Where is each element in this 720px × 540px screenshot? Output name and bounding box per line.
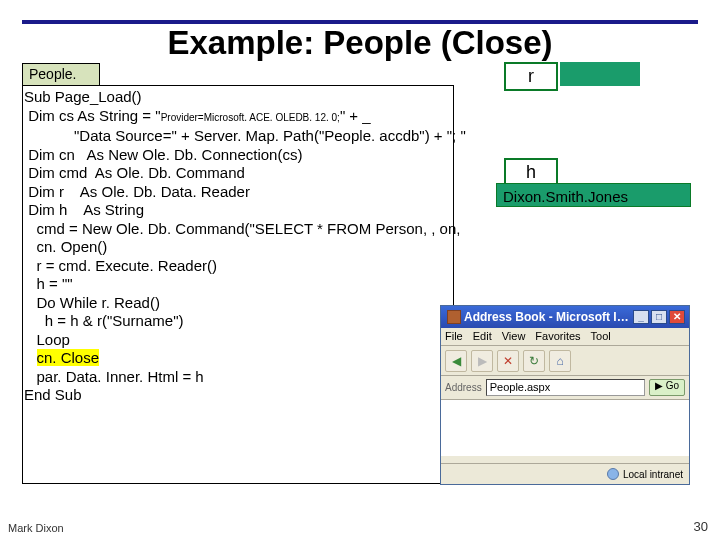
maximize-button[interactable]: □ [651,310,667,324]
menu-favorites[interactable]: Favorites [535,330,580,343]
code-line: Dim r As Ole. Db. Data. Reader [24,183,250,200]
status-bar: Local intranet [441,463,689,484]
page-title: Example: People (Close) [0,24,720,62]
code-line: Dim cn As New Ole. Db. Connection(cs) [24,146,302,163]
var-r-box: r [504,62,558,91]
code-line: End Sub [24,386,82,403]
code-line: Do While r. Read() [24,294,160,311]
var-h-value: Dixon.Smith.Jones [496,183,691,207]
code-line: cn. Open() [24,238,107,255]
code-line: Dim cs As String = " [24,107,161,124]
home-button[interactable]: ⌂ [549,350,571,372]
browser-body [441,400,689,456]
browser-window: Address Book - Microsoft I… _ □ ✕ File E… [440,305,690,485]
code-line: h = h & r("Surname") [24,312,183,329]
code-line: Sub Page_Load() [24,88,142,105]
window-title: Address Book - Microsoft I… [464,310,629,324]
code-line [24,349,37,366]
close-button[interactable]: ✕ [669,310,685,324]
code-line: "Data Source=" + Server. Map. Path("Peop… [24,127,466,144]
back-button[interactable]: ◀ [445,350,467,372]
address-input[interactable]: People.aspx [486,379,645,396]
minimize-button[interactable]: _ [633,310,649,324]
menu-view[interactable]: View [502,330,526,343]
footer-author: Mark Dixon [8,522,64,534]
forward-button[interactable]: ▶ [471,350,493,372]
code-line: par. Data. Inner. Html = h [24,368,204,385]
menu-bar: File Edit View Favorites Tool [441,328,689,346]
menu-edit[interactable]: Edit [473,330,492,343]
code-line: r = cmd. Execute. Reader() [24,257,217,274]
toolbar: ◀ ▶ ✕ ↻ ⌂ [441,346,689,376]
stop-button[interactable]: ✕ [497,350,519,372]
browser-titlebar: Address Book - Microsoft I… _ □ ✕ [441,306,689,328]
code-listing: Sub Page_Load() Dim cs As String = "Prov… [24,88,494,405]
book-icon [447,310,461,324]
code-provider: Provider=Microsoft. ACE. OLEDB. 12. 0; [161,112,340,123]
go-button[interactable]: ▶ Go [649,379,685,396]
address-label: Address [445,382,482,393]
menu-tools[interactable]: Tool [591,330,611,343]
var-r-value [560,62,640,86]
footer-page: 30 [694,519,708,534]
address-bar: Address People.aspx ▶ Go [441,376,689,400]
code-line: Dim cmd As Ole. Db. Command [24,164,245,181]
refresh-button[interactable]: ↻ [523,350,545,372]
menu-file[interactable]: File [445,330,463,343]
code-line: Dim h As String [24,201,144,218]
highlighted-close: cn. Close [37,349,100,366]
code-line: Loop [24,331,70,348]
code-line: cmd = New Ole. Db. Command("SELECT * FRO… [24,220,460,237]
code-line: " + _ [340,107,371,124]
code-line: h = "" [24,275,73,292]
zone-icon [607,468,619,480]
status-text: Local intranet [623,469,683,480]
